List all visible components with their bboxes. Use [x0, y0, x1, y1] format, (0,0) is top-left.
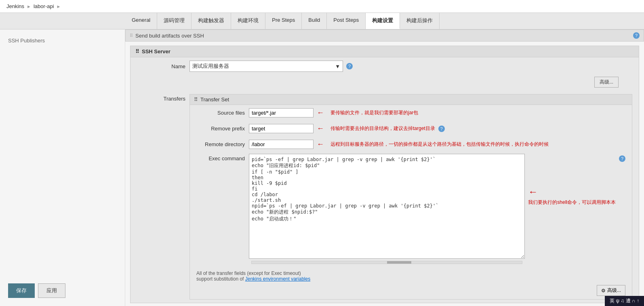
tabs-container: General 源码管理 构建触发器 构建环境 Pre Steps Build …: [0, 13, 644, 29]
remove-prefix-arrow-icon: ←: [317, 124, 324, 133]
breadcrumb-bar: Jenkins ► labor-api ►: [0, 0, 644, 13]
exec-help-icon[interactable]: ?: [619, 155, 625, 162]
bottom-note-line2: support substitution of Jenkins environm…: [196, 276, 625, 282]
name-field-row: Name 测试应用服务器 ▼ ?: [130, 57, 639, 75]
main-layout: SSH Publishers 保存 应用 ⠿ Send build artifa…: [0, 29, 644, 306]
remote-dir-arrow-icon: ←: [317, 140, 324, 149]
transfers-label: Transfers: [137, 94, 185, 300]
system-tray-text: 英 ψ ♫ 遭 ∩ ↑: [610, 298, 639, 304]
remove-prefix-label: Remove prefix: [196, 126, 245, 132]
breadcrumb-arrow-1: ►: [27, 4, 31, 9]
advanced-icon: ⚙: [601, 288, 606, 293]
transfers-row: Transfers ⠿ Transfer Set Source files ← …: [130, 91, 639, 303]
ssh-advanced-button[interactable]: 高级...: [594, 77, 619, 88]
jenkins-env-vars-link[interactable]: Jenkins environment variables: [245, 276, 310, 282]
drag-icon: ⠿: [130, 33, 133, 38]
transfer-advanced-button[interactable]: ⚙ 高级...: [597, 285, 625, 296]
exec-arrow-icon: ←: [528, 186, 538, 197]
exec-command-label: Exec command: [196, 154, 245, 265]
source-files-value-wrap: ← 要传输的文件，就是我们需要部署的jar包: [249, 108, 625, 117]
exec-command-row: Exec command pid=`ps -ef | grep Labor.ja…: [190, 152, 632, 268]
sidebar: SSH Publishers 保存 应用: [0, 29, 125, 306]
ssh-server-block: ⠿ SSH Server Name 测试应用服务器 ▼ ? 高级...: [130, 46, 639, 303]
content-area: ⠿ Send build artifacts over SSH ? ⠿ SSH …: [125, 29, 644, 306]
transfer-bottom-toolbar: ⚙ 高级...: [190, 283, 632, 299]
transfer-drag-icon: ⠿: [194, 96, 198, 103]
ssh-server-title: SSH Server: [142, 48, 170, 54]
source-files-row: Source files ← 要传输的文件，就是我们需要部署的jar包: [190, 105, 632, 121]
section-help-icon[interactable]: ?: [633, 32, 640, 39]
exec-scrollbar[interactable]: [251, 261, 522, 264]
apply-button[interactable]: 应用: [38, 283, 65, 298]
remove-prefix-row: Remove prefix ← 传输时需要去掉的目录结构，建议去掉target目…: [190, 121, 632, 136]
remove-prefix-value-wrap: ← 传输时需要去掉的目录结构，建议去掉target目录 ?: [249, 124, 625, 133]
remove-prefix-annotation: 传输时需要去掉的目录结构，建议去掉target目录: [330, 125, 435, 132]
transfer-set-block: ⠿ Transfer Set Source files ← 要传输的文件，就是我…: [189, 94, 632, 300]
exec-annotation: 我们要执行的shell命令，可以调用脚本本: [528, 199, 616, 206]
tab-source[interactable]: 源码管理: [157, 13, 192, 29]
bottom-note: All of the transfer fields (except for E…: [190, 268, 632, 283]
section-header-title: Send build artifacts over SSH: [135, 33, 204, 39]
remote-dir-annotation: 远程到目标服务器的路径，一切的操作都是从这个路径为基础，包括传输文件的时候，执行…: [330, 141, 549, 148]
source-files-arrow-icon: ←: [317, 109, 324, 117]
remote-dir-input[interactable]: [249, 140, 314, 149]
transfer-set-header: ⠿ Transfer Set: [190, 94, 632, 105]
source-files-annotation: 要传输的文件，就是我们需要部署的jar包: [330, 109, 418, 116]
tab-postbuild[interactable]: 构建后操作: [400, 13, 440, 29]
transfer-set-title: Transfer Set: [200, 96, 229, 103]
tab-buildsettings[interactable]: 构建设置: [366, 13, 400, 29]
advanced-row: 高级...: [130, 75, 639, 91]
remove-prefix-help-icon[interactable]: ?: [438, 126, 445, 132]
remote-dir-value-wrap: ← 远程到目标服务器的路径，一切的操作都是从这个路径为基础，包括传输文件的时候，…: [249, 140, 625, 149]
exec-command-input[interactable]: pid=`ps -ef | grep Labor.jar | grep -v g…: [249, 154, 525, 259]
breadcrumb-jenkins[interactable]: Jenkins: [6, 3, 24, 9]
sidebar-ssh-publishers-label: SSH Publishers: [0, 34, 125, 48]
exec-command-content: pid=`ps -ef | grep Labor.jar | grep -v g…: [249, 154, 625, 265]
tab-presteps[interactable]: Pre Steps: [265, 13, 302, 29]
tab-poststeps[interactable]: Post Steps: [327, 13, 366, 29]
ssh-server-drag-icon: ⠿: [135, 48, 139, 54]
tab-general[interactable]: General: [125, 13, 157, 29]
name-select[interactable]: 测试应用服务器 ▼: [189, 61, 343, 72]
exec-textarea-wrap: pid=`ps -ef | grep Labor.jar | grep -v g…: [249, 154, 525, 265]
source-files-label: Source files: [196, 110, 245, 116]
tab-triggers[interactable]: 构建触发器: [192, 13, 231, 29]
ssh-server-header: ⠿ SSH Server: [130, 46, 639, 57]
system-tray: 英 ψ ♫ 遭 ∩ ↑: [605, 296, 644, 306]
tab-build[interactable]: Build: [302, 13, 327, 29]
remove-prefix-input[interactable]: [249, 124, 314, 133]
name-field-value: 测试应用服务器 ▼ ?: [189, 61, 632, 72]
remote-dir-label: Remote directory: [196, 141, 245, 147]
name-label: Name: [137, 63, 185, 69]
dropdown-arrow-icon: ▼: [335, 63, 340, 69]
exec-scrollbar-thumb: [387, 261, 411, 264]
save-button[interactable]: 保存: [8, 283, 35, 298]
breadcrumb-labor-api[interactable]: labor-api: [34, 3, 54, 9]
tab-env[interactable]: 构建环境: [231, 13, 265, 29]
name-select-value: 测试应用服务器: [192, 63, 229, 70]
bottom-note-line1: All of the transfer fields (except for E…: [196, 270, 625, 276]
source-files-input[interactable]: [249, 108, 314, 117]
exec-annotation-block: ← 我们要执行的shell命令，可以调用脚本本: [528, 154, 616, 265]
remote-dir-row: Remote directory ← 远程到目标服务器的路径，一切的操作都是从这…: [190, 136, 632, 152]
section-header: ⠿ Send build artifacts over SSH ?: [125, 29, 644, 42]
name-help-icon[interactable]: ?: [346, 63, 353, 69]
breadcrumb-arrow-2: ►: [57, 4, 61, 9]
